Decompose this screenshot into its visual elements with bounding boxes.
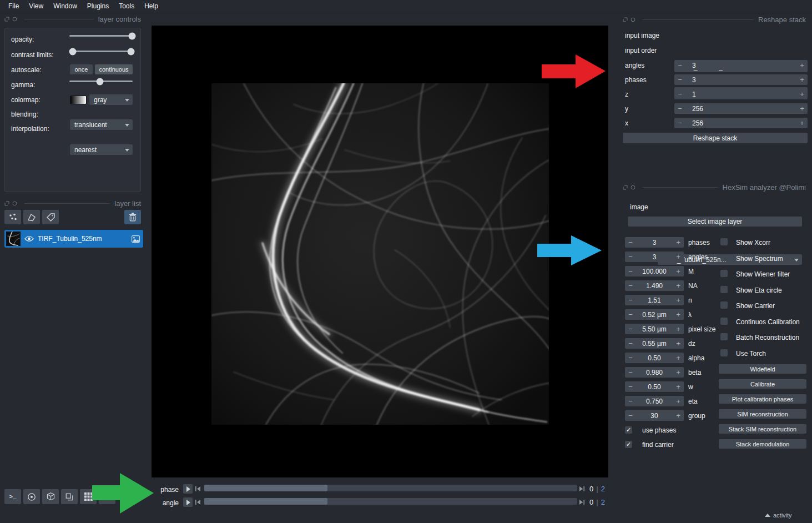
minus-icon[interactable]: − — [674, 119, 685, 127]
plus-icon[interactable]: + — [673, 411, 684, 420]
alpha-spinbox[interactable]: −0.50+ — [625, 353, 684, 363]
minus-icon[interactable]: − — [625, 354, 636, 362]
minus-icon[interactable]: − — [625, 383, 636, 391]
beta-spinbox[interactable]: −0.980+ — [625, 367, 684, 378]
show-eta-circle-checkbox[interactable] — [720, 286, 728, 293]
use-torch-checkbox[interactable] — [720, 349, 728, 356]
float-panel-icon[interactable] — [4, 201, 9, 206]
group-spinbox[interactable]: −30+ — [625, 410, 684, 421]
slider-handle[interactable] — [96, 78, 103, 86]
plus-icon[interactable]: + — [673, 354, 684, 362]
plus-icon[interactable]: + — [673, 325, 684, 333]
plus-icon[interactable]: + — [673, 267, 684, 275]
batch-reconstruction-checkbox[interactable] — [720, 333, 728, 340]
current-frame[interactable]: 0 — [589, 498, 593, 506]
phase-skip-start-icon[interactable] — [195, 486, 200, 491]
plus-icon[interactable]: + — [796, 104, 808, 113]
reshape-phases-spinbox[interactable]: − 3 + — [674, 74, 808, 85]
phase-slider-handle[interactable] — [204, 485, 327, 491]
plus-icon[interactable]: + — [673, 238, 684, 247]
gamma-slider[interactable] — [69, 78, 133, 86]
minus-icon[interactable]: − — [625, 310, 636, 319]
angle-skip-start-icon[interactable] — [195, 500, 200, 505]
lambda-spinbox[interactable]: −0.52 µm+ — [625, 309, 684, 320]
menu-help[interactable]: Help — [139, 0, 163, 13]
angle-play-button[interactable] — [183, 497, 193, 507]
phase-slider[interactable] — [204, 485, 577, 491]
reshape-stack-button[interactable]: Reshape stack — [623, 133, 808, 143]
phases-spinbox[interactable]: −3+ — [625, 237, 684, 248]
show-xcorr-checkbox[interactable] — [720, 238, 728, 245]
angle-slider-handle[interactable] — [204, 498, 327, 505]
hide-panel-icon[interactable] — [12, 201, 17, 206]
phase-skip-end-icon[interactable] — [579, 486, 584, 491]
reshape-z-spinbox[interactable]: − 1 + — [674, 89, 808, 99]
show-spectrum-checkbox[interactable] — [720, 254, 728, 262]
plus-icon[interactable]: + — [673, 383, 684, 391]
stack-demodulation-button[interactable]: Stack demodulation — [719, 439, 806, 449]
slider-handle[interactable] — [128, 33, 135, 40]
minus-icon[interactable]: − — [625, 397, 636, 405]
pixel-size-spinbox[interactable]: −5.50 µm+ — [625, 324, 684, 334]
interpolation-dropdown[interactable]: nearest — [70, 144, 133, 155]
menu-window[interactable]: Window — [48, 0, 82, 13]
plus-icon[interactable]: + — [673, 310, 684, 319]
toggle-ndisplay-button[interactable] — [23, 489, 40, 504]
plus-icon[interactable]: + — [796, 61, 808, 69]
minus-icon[interactable]: − — [674, 104, 685, 113]
plus-icon[interactable]: + — [673, 253, 684, 261]
slider-handle-high[interactable] — [127, 48, 134, 56]
plus-icon[interactable]: + — [796, 119, 808, 127]
float-panel-icon[interactable] — [4, 17, 9, 22]
hide-panel-icon[interactable] — [12, 17, 17, 22]
visibility-eye-icon[interactable] — [24, 235, 34, 242]
minus-icon[interactable]: − — [625, 267, 636, 275]
contrast-limits-slider[interactable] — [69, 48, 133, 56]
minus-icon[interactable]: − — [625, 238, 636, 247]
menu-file[interactable]: File — [3, 0, 24, 13]
w-spinbox[interactable]: −0.50+ — [625, 381, 684, 392]
minus-icon[interactable]: − — [625, 325, 636, 333]
menu-view[interactable]: View — [24, 0, 48, 13]
n-spinbox[interactable]: −1.51+ — [625, 295, 684, 305]
stack-sim-reconstruction-button[interactable]: Stack SIM reconstruction — [719, 424, 806, 434]
new-points-layer-button[interactable] — [4, 210, 21, 224]
hide-panel-icon[interactable] — [631, 17, 636, 22]
angles-spinbox[interactable]: −3+ — [625, 252, 684, 262]
phase-play-button[interactable] — [183, 484, 193, 494]
reshape-angles-spinbox[interactable]: − 3 + — [674, 60, 808, 71]
minus-icon[interactable]: − — [625, 253, 636, 261]
grid-view-button[interactable] — [80, 489, 97, 504]
angle-slider[interactable] — [204, 498, 577, 505]
layer-row[interactable]: TIRF_Tubulin_525nm — [4, 230, 143, 248]
colormap-dropdown[interactable]: gray — [89, 94, 133, 105]
calibrate-button[interactable]: Calibrate — [719, 379, 806, 389]
minus-icon[interactable]: − — [674, 90, 685, 98]
menu-tools[interactable]: Tools — [114, 0, 139, 13]
current-frame[interactable]: 0 — [589, 485, 593, 493]
delete-layer-button[interactable] — [124, 210, 141, 224]
plus-icon[interactable]: + — [673, 281, 684, 290]
use-phases-checkbox[interactable]: ✓ — [625, 426, 632, 434]
minus-icon[interactable]: − — [625, 281, 636, 290]
show-carrier-checkbox[interactable] — [720, 301, 728, 309]
minus-icon[interactable]: − — [625, 368, 636, 376]
transpose-dimensions-button[interactable] — [61, 489, 78, 504]
console-button[interactable]: >_ — [4, 489, 21, 504]
home-button[interactable] — [99, 489, 115, 504]
slider-handle-low[interactable] — [69, 48, 76, 56]
reshape-x-spinbox[interactable]: − 256 + — [674, 118, 808, 128]
continuos-calibration-checkbox[interactable] — [720, 318, 728, 325]
new-labels-layer-button[interactable] — [42, 210, 59, 224]
sim-reconstruction-button[interactable]: SIM reconstruction — [719, 409, 806, 419]
activity-button[interactable]: activity — [765, 512, 792, 519]
minus-icon[interactable]: − — [674, 76, 685, 84]
plus-icon[interactable]: + — [673, 397, 684, 405]
find-carrier-checkbox[interactable]: ✓ — [625, 441, 632, 448]
autoscale-once-button[interactable]: once — [70, 64, 93, 74]
angle-skip-end-icon[interactable] — [579, 500, 584, 505]
widefield-button[interactable]: Widefield — [719, 364, 806, 374]
select-image-layer-button[interactable]: Select image layer — [628, 217, 802, 227]
hide-panel-icon[interactable] — [631, 185, 636, 190]
blending-dropdown[interactable]: translucent — [70, 119, 133, 130]
